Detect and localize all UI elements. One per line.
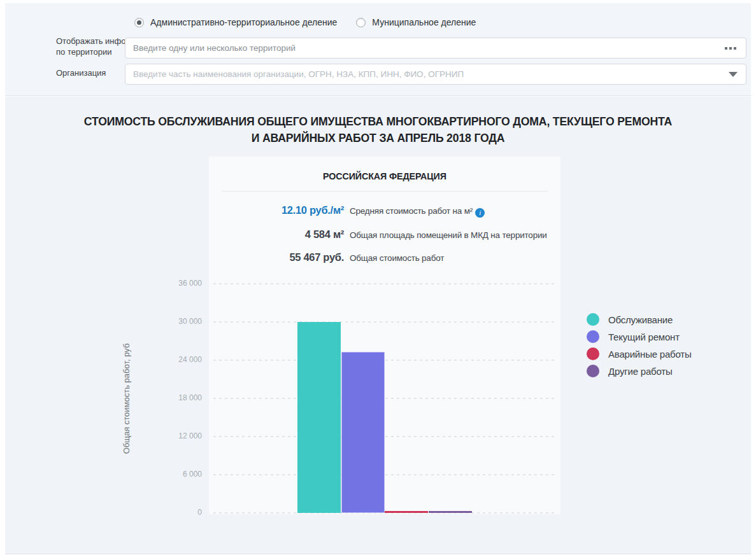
stat-label: Общая площадь помещений в МКД на террито… — [350, 230, 547, 240]
stat-value: 55 467 руб. — [209, 251, 344, 263]
chart-legend: ОбслуживаниеТекущий ремонтАварийные рабо… — [587, 313, 692, 382]
ellipsis-icon[interactable] — [724, 45, 738, 52]
legend-item[interactable]: Обслуживание — [587, 313, 692, 326]
y-tick-label: 30 000 — [160, 317, 202, 326]
bar-chart-plot: 06 00012 00018 00024 00030 00036 000 — [213, 284, 557, 513]
bar-3[interactable] — [385, 511, 428, 513]
y-axis-title-wrap: Общая стоимость работ, руб — [121, 284, 132, 513]
page-title: СТОИМОСТЬ ОБСЛУЖИВАНИЯ ОБЩЕГО ИМУЩЕСТВА … — [31, 113, 725, 146]
gridline — [213, 474, 557, 475]
legend-item[interactable]: Аварийные работы — [587, 347, 692, 360]
gridline — [213, 398, 557, 399]
stat-row-total-area: 4 584 м² Общая площадь помещений в МКД н… — [209, 228, 560, 241]
legend-swatch-icon — [587, 347, 599, 360]
gridline — [213, 321, 557, 323]
gridline — [213, 283, 557, 284]
stats-block: 12.10 руб./м² Средняя стоимость работ на… — [209, 204, 560, 263]
filter-panel: Административно-территориальное деление … — [5, 3, 751, 96]
radio-municipal-division[interactable]: Муниципальное деление — [356, 17, 476, 27]
division-radio-group: Административно-территориальное деление … — [134, 17, 476, 27]
organization-input-wrap — [125, 64, 746, 85]
radio-label: Административно-территориальное деление — [150, 17, 337, 27]
legend-item[interactable]: Текущий ремонт — [587, 330, 692, 343]
radio-button-icon — [134, 18, 144, 27]
y-tick-label: 0 — [160, 508, 202, 517]
territory-input[interactable] — [125, 38, 746, 59]
legend-item[interactable]: Другие работы — [587, 365, 692, 377]
y-tick-label: 18 000 — [160, 393, 202, 402]
gridline — [213, 360, 557, 361]
stat-value: 12.10 руб./м² — [209, 204, 344, 216]
y-tick-label: 36 000 — [160, 279, 202, 288]
info-icon[interactable]: i — [475, 208, 485, 218]
stat-value: 4 584 м² — [209, 228, 344, 241]
page-title-line2: И АВАРИЙНЫХ РАБОТ ЗА АПРЕЛЬ 2018 ГОДА — [252, 131, 505, 144]
y-tick-label: 12 000 — [160, 431, 202, 440]
radio-label: Муниципальное деление — [372, 17, 476, 27]
gridline — [213, 436, 557, 437]
stat-row-total-cost: 55 467 руб. Общая стоимость работ — [209, 251, 560, 263]
legend-swatch-icon — [587, 313, 599, 326]
legend-swatch-icon — [587, 365, 599, 377]
stat-label: Общая стоимость работ — [350, 253, 444, 263]
y-tick-label: 6 000 — [160, 470, 202, 479]
legend-label: Другие работы — [608, 366, 673, 377]
stat-row-avg-cost: 12.10 руб./м² Средняя стоимость работ на… — [209, 204, 560, 218]
bar-4[interactable] — [429, 511, 472, 513]
bar-2[interactable] — [341, 352, 385, 513]
page-title-line1: СТОИМОСТЬ ОБСЛУЖИВАНИЯ ОБЩЕГО ИМУЩЕСТВА … — [84, 115, 672, 128]
legend-swatch-icon — [587, 330, 599, 343]
page: Административно-территориальное деление … — [0, 0, 756, 560]
radio-button-icon — [356, 18, 366, 27]
y-axis-title: Общая стоимость работ, руб — [122, 343, 132, 454]
organization-input[interactable] — [125, 64, 746, 85]
legend-label: Обслуживание — [608, 314, 673, 325]
report-section: СТОИМОСТЬ ОБСЛУЖИВАНИЯ ОБЩЕГО ИМУЩЕСТВА … — [5, 97, 751, 554]
y-tick-label: 24 000 — [160, 355, 202, 364]
legend-label: Текущий ремонт — [608, 332, 680, 342]
stat-label: Средняя стоимость работ на м²i — [350, 206, 485, 218]
chevron-down-icon[interactable] — [729, 72, 738, 77]
territory-input-wrap — [125, 38, 746, 59]
divider — [222, 191, 548, 192]
bar-1[interactable] — [297, 322, 341, 513]
radio-admin-territorial-division[interactable]: Административно-территориальное деление — [134, 17, 337, 27]
legend-label: Аварийные работы — [608, 349, 692, 360]
region-title: РОССИЙСКАЯ ФЕДЕРАЦИЯ — [218, 157, 552, 181]
